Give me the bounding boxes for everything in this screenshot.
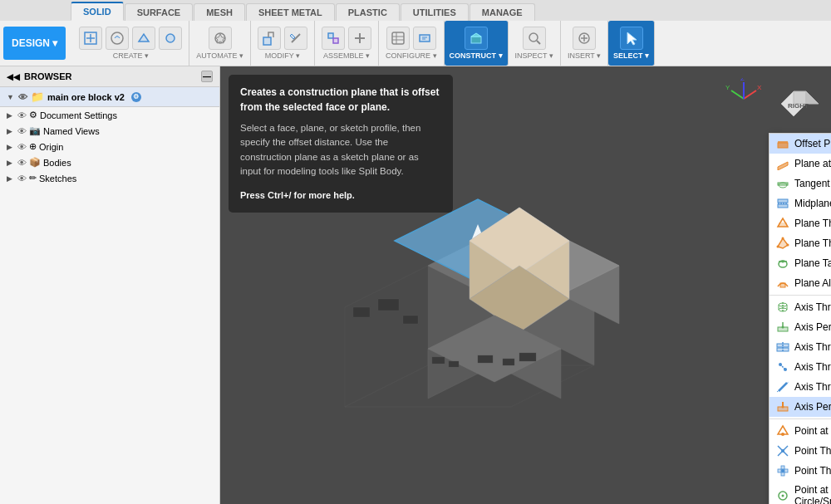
svg-line-59 (731, 91, 744, 99)
design-button[interactable]: DESIGN ▾ (3, 27, 66, 60)
svg-rect-18 (471, 37, 481, 43)
insert-icon[interactable] (573, 27, 596, 50)
svg-rect-67 (778, 183, 788, 185)
construct-icon[interactable] (465, 27, 488, 50)
configure-icon-1[interactable] (386, 27, 410, 50)
svg-point-107 (781, 469, 784, 472)
insert-label[interactable]: INSERT ▾ (568, 51, 601, 60)
axis-perp-point-label: Axis Perpendicular at Point (794, 321, 831, 333)
tab-manage[interactable]: MANAGE (470, 3, 535, 21)
tab-utilities[interactable]: UTILITIES (401, 3, 469, 21)
tangent-plane-label: Tangent Plane (794, 178, 831, 189)
tab-surface[interactable]: SURFACE (125, 3, 194, 21)
menu-item-point-two-edges[interactable]: Point Through Two Edges (770, 441, 831, 461)
assemble-icon-2[interactable] (348, 27, 371, 50)
svg-point-75 (782, 237, 784, 240)
menu-item-plane-tangent-face[interactable]: Plane Tangent to Face at Point (770, 253, 831, 273)
folder-icon-5: ✏ (29, 173, 37, 183)
tab-plastic[interactable]: PLASTIC (336, 3, 400, 21)
menu-item-axis-perp-face[interactable]: Axis Perpendicular to Face at Point (770, 397, 831, 417)
tree-root[interactable]: ▼ 👁 📁 main ore block v2 ⚙ (0, 87, 219, 107)
eye-icon-2[interactable]: 👁 (17, 126, 27, 136)
menu-item-point-three-planes[interactable]: Point Through Three Planes (770, 461, 831, 481)
select-icon[interactable] (620, 27, 643, 50)
menu-item-plane-along-path[interactable]: Plane Along Path (770, 273, 831, 293)
folder-icon-root: 📁 (31, 91, 44, 103)
plane-angle-icon (776, 157, 789, 170)
svg-point-74 (777, 246, 779, 248)
assemble-icon-1[interactable] (322, 27, 345, 50)
svg-rect-50 (478, 355, 493, 363)
svg-rect-42 (353, 307, 370, 317)
offset-plane-icon (776, 137, 789, 150)
menu-item-midplane[interactable]: Midplane (770, 193, 831, 213)
offset-plane-label: Offset Plane (794, 138, 831, 149)
eye-icon-3[interactable]: 👁 (17, 142, 27, 152)
modify-icon-1[interactable] (258, 27, 281, 50)
create-icon-3[interactable] (132, 27, 155, 50)
tree-item-origin[interactable]: ▶ 👁 ⊕ Origin (0, 139, 219, 154)
svg-point-101 (781, 433, 784, 436)
tab-sheet-metal[interactable]: SHEET METAL (246, 3, 335, 21)
inspect-group: INSPECT ▾ (509, 21, 561, 66)
tree-item-doc-settings[interactable]: ▶ 👁 ⚙ Document Settings (0, 107, 219, 123)
point-three-planes-label: Point Through Three Planes (794, 465, 831, 477)
root-label: main ore block v2 (47, 92, 125, 102)
configure-label[interactable]: CONFIGURE ▾ (386, 51, 437, 60)
menu-item-axis-edge[interactable]: Axis Through Edge (770, 377, 831, 397)
select-label[interactable]: SELECT ▾ (613, 51, 649, 60)
inspect-label[interactable]: INSPECT ▾ (515, 51, 553, 60)
create-icon-1[interactable] (79, 27, 102, 50)
tree-item-named-views[interactable]: ▶ 👁 📷 Named Views (0, 123, 219, 139)
modify-group: MODIFY ▾ (251, 21, 315, 66)
eye-icon-root[interactable]: 👁 (18, 92, 27, 102)
eye-icon-5[interactable]: 👁 (17, 174, 27, 183)
menu-item-tangent-plane[interactable]: Tangent Plane (770, 174, 831, 193)
create-label[interactable]: CREATE ▾ (113, 51, 149, 60)
eye-icon-1[interactable]: 👁 (17, 110, 27, 120)
configure-icon-2[interactable] (413, 27, 436, 50)
modify-label[interactable]: MODIFY ▾ (265, 51, 300, 60)
svg-point-76 (787, 244, 789, 247)
menu-item-point-center[interactable]: Point at Center of Circle/Sphere/Torus (770, 481, 831, 504)
tree-item-bodies[interactable]: ▶ 👁 📦 Bodies (0, 154, 219, 170)
menu-item-axis-two-points[interactable]: Axis Through Two Points (770, 357, 831, 377)
create-icon-4[interactable] (159, 27, 182, 50)
eye-icon-4[interactable]: 👁 (17, 158, 27, 168)
axis-two-planes-icon (776, 340, 789, 354)
menu-item-plane-three-points[interactable]: Plane Through Three Points (770, 233, 831, 253)
plane-three-points-icon (776, 237, 789, 250)
tree-item-sketches[interactable]: ▶ 👁 ✏ Sketches (0, 170, 219, 186)
point-vertex-icon (776, 424, 789, 438)
svg-rect-6 (263, 37, 271, 45)
nav-cube[interactable]: RIGHT (765, 75, 823, 133)
tab-mesh[interactable]: MESH (194, 3, 245, 21)
inspect-icon[interactable] (523, 27, 546, 50)
svg-point-109 (782, 495, 784, 497)
construct-dropdown: Offset Plane ⋮ Plane at Angle Tangent Pl… (769, 133, 831, 504)
automate-icon[interactable] (209, 27, 232, 50)
plane-along-path-label: Plane Along Path (794, 277, 831, 289)
tab-solid[interactable]: SOLID (71, 2, 124, 21)
assemble-label[interactable]: ASSEMBLE ▾ (323, 51, 370, 60)
construct-label[interactable]: CONSTRUCT ▾ (450, 51, 503, 60)
menu-item-plane-angle[interactable]: Plane at Angle (770, 154, 831, 174)
midplane-icon (776, 197, 789, 210)
plane-tangent-face-icon (776, 257, 789, 270)
svg-point-79 (782, 261, 784, 263)
menu-item-point-vertex[interactable]: Point at Vertex (770, 421, 831, 441)
menu-item-plane-two-edges[interactable]: Plane Through Two Edges (770, 213, 831, 233)
tree-arrow-2: ▶ (7, 127, 15, 135)
modify-icon-2[interactable] (284, 27, 307, 50)
viewport[interactable]: Creates a construction plane that is off… (220, 66, 831, 504)
menu-item-axis-cylinder[interactable]: Axis Through Cylinder/Cone/Torus (770, 297, 831, 317)
point-two-edges-label: Point Through Two Edges (794, 445, 831, 457)
menu-item-axis-perp-point[interactable]: Axis Perpendicular at Point (770, 317, 831, 337)
collapse-button[interactable]: — (201, 71, 213, 82)
automate-label[interactable]: AUTOMATE ▾ (196, 51, 243, 60)
tree-arrow-3: ▶ (7, 143, 15, 151)
create-icon-2[interactable] (106, 27, 129, 50)
menu-item-offset-plane[interactable]: Offset Plane ⋮ (770, 134, 831, 154)
menu-item-axis-two-planes[interactable]: Axis Through Two Planes (770, 337, 831, 357)
svg-text:Y: Y (725, 84, 730, 91)
